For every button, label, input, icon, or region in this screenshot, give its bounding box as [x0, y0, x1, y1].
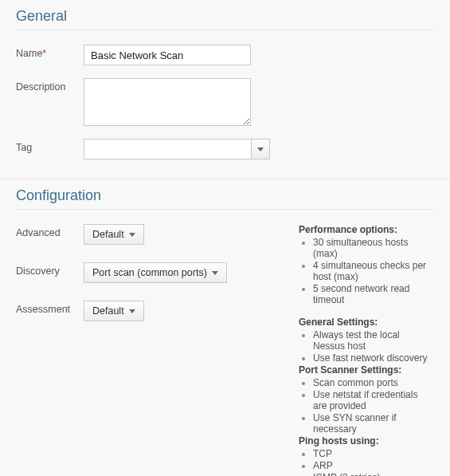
description-input[interactable]: [84, 78, 251, 126]
advanced-select[interactable]: Default: [84, 224, 144, 245]
configuration-heading: Configuration: [16, 187, 434, 210]
discovery-select-value: Port scan (common ports): [92, 267, 207, 278]
discovery-row: Discovery Port scan (common ports): [16, 262, 299, 283]
list-item: Scan common ports: [313, 377, 434, 388]
port-scanner-heading: Port Scanner Settings:: [299, 364, 434, 376]
list-item: 4 simultaneous checks per host (max): [313, 260, 434, 282]
list-item: Use fast network discovery: [313, 352, 434, 364]
advanced-select-value: Default: [92, 229, 124, 240]
assessment-label: Assessment: [16, 301, 84, 315]
tag-label: Tag: [16, 139, 84, 153]
tag-input[interactable]: [84, 139, 251, 159]
general-settings-heading-1: General Settings:: [299, 317, 434, 328]
description-label: Description: [16, 78, 84, 92]
assessment-select[interactable]: Default: [84, 301, 144, 321]
advanced-label: Advanced: [16, 224, 84, 238]
port-scanner-list: Scan common ports Use netstat if credent…: [299, 377, 434, 435]
general-section: General Name* Description Tag: [0, 0, 450, 175]
configuration-info: Performance options: 30 simultaneous hos…: [299, 224, 434, 476]
list-item: 5 second network read timeout: [313, 283, 434, 305]
list-item: TCP: [313, 448, 434, 459]
discovery-label: Discovery: [16, 262, 84, 277]
name-row: Name*: [16, 45, 434, 65]
name-input[interactable]: [84, 45, 251, 65]
list-item: Always test the local Nessus host: [313, 329, 434, 352]
tag-select[interactable]: [84, 139, 270, 159]
chevron-down-icon: [212, 271, 218, 275]
list-item: ICMP (2 retries): [313, 472, 434, 476]
description-row: Description: [16, 78, 434, 126]
advanced-row: Advanced Default: [16, 224, 299, 245]
port-scanner-block: Port Scanner Settings: Scan common ports…: [299, 364, 434, 435]
ping-hosts-list: TCP ARP ICMP (2 retries): [299, 448, 434, 476]
performance-options-block: Performance options: 30 simultaneous hos…: [299, 224, 434, 305]
name-label: Name*: [16, 45, 84, 59]
performance-list: 30 simultaneous hosts (max) 4 simultaneo…: [299, 237, 434, 305]
list-item: ARP: [313, 460, 434, 471]
general-heading: General: [16, 8, 434, 30]
discovery-select[interactable]: Port scan (common ports): [84, 262, 227, 283]
tag-row: Tag: [16, 139, 434, 159]
configuration-controls: Advanced Default Discovery Port scan (co…: [16, 224, 299, 339]
ping-hosts-heading: Ping hosts using:: [299, 435, 434, 446]
list-item: 30 simultaneous hosts (max): [313, 237, 434, 259]
list-item: Use SYN scanner if necessary: [313, 412, 434, 435]
assessment-select-value: Default: [92, 305, 124, 317]
chevron-down-icon: [129, 309, 135, 313]
performance-heading: Performance options:: [299, 224, 434, 235]
chevron-down-icon: [129, 233, 135, 237]
chevron-down-icon: [257, 148, 264, 151]
assessment-row: Assessment Default: [16, 301, 299, 321]
tag-dropdown-button[interactable]: [251, 139, 270, 159]
general-settings-block-1: General Settings: Always test the local …: [299, 317, 434, 364]
general-settings-list-1: Always test the local Nessus host Use fa…: [299, 329, 434, 364]
list-item: Use netstat if credentials are provided: [313, 389, 434, 411]
ping-hosts-block: Ping hosts using: TCP ARP ICMP (2 retrie…: [299, 435, 434, 476]
configuration-section: Configuration Advanced Default Discovery…: [0, 179, 450, 476]
